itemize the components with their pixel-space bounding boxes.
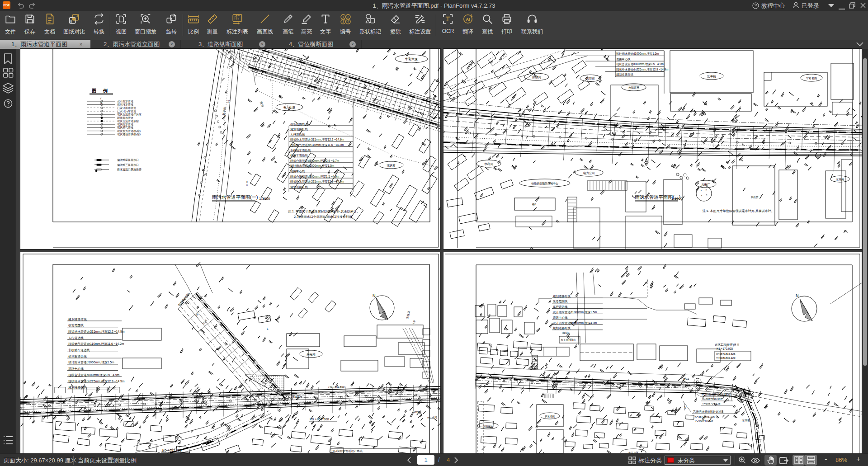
svg-text:现状给水管道dn225mm,埋深12.9 ~14.9m: 现状给水管道dn225mm,埋深12.9 ~14.9m — [68, 380, 125, 383]
svg-text:风机房: 风机房 — [751, 196, 759, 199]
svg-text:已设计污水管道: 已设计污水管道 — [117, 109, 136, 113]
svg-text:动物疫病预防控制中心: 动物疫病预防控制中心 — [531, 182, 558, 185]
svg-text:现状燃气管道: 现状燃气管道 — [117, 126, 133, 129]
svg-text:×: × — [701, 189, 702, 192]
svg-text:+40 +862.500: +40 +862.500 — [328, 386, 345, 388]
svg-text:图: 图 — [92, 88, 96, 93]
svg-text:人行道边线: 人行道边线 — [290, 133, 305, 137]
svg-text:设计雨水管道d1000mm,埋深1.5m: 设计雨水管道d1000mm,埋深1.5m — [290, 164, 334, 168]
svg-text:偏沟式三箅雨水口: 偏沟式三箅雨水口 — [117, 164, 139, 167]
svg-text:N: N — [373, 293, 376, 298]
svg-text:×: × — [701, 194, 703, 197]
svg-text:现状给水管道dn225mm,埋深12.9 ~14.9m: 现状给水管道dn225mm,埋深12.9 ~14.9m — [290, 180, 344, 184]
svg-text:规划道路红线: 规划道路红线 — [68, 386, 87, 389]
svg-text:N: N — [796, 293, 799, 298]
svg-text:设计雨水管道: 设计雨水管道 — [117, 99, 133, 103]
svg-text:南河: 南河 — [259, 101, 264, 108]
svg-text:新平街: 新平街 — [222, 106, 227, 116]
svg-text:设计污水管道: 设计污水管道 — [117, 103, 133, 106]
svg-text:改造范围线: 改造范围线 — [553, 300, 568, 303]
svg-text:K0 +862.500: K0 +862.500 — [310, 417, 329, 421]
svg-text:例: 例 — [103, 88, 108, 93]
svg-text:已设计雨水管道: 已设计雨水管道 — [117, 106, 136, 110]
svg-text:WBT: WBT — [413, 411, 419, 414]
svg-text:A: A — [76, 14, 79, 18]
svg-text:现状给水管道dn315mm,埋深12.2 ~14.9m: 现状给水管道dn315mm,埋深12.2 ~14.9m — [68, 330, 125, 334]
svg-text:注:1. 本图尺寸单位除管径以毫米计外,其余以米计。: 注:1. 本图尺寸单位除管径以毫米计外,其余以米计。 — [703, 209, 774, 213]
svg-text:雨水溢流口及连接管: 雨水溢流口及连接管 — [117, 168, 142, 171]
svg-text:机动车道边线: 机动车道边线 — [68, 355, 87, 358]
svg-text:现状给水管道: 现状给水管道 — [117, 122, 133, 126]
svg-text:X=3877890.387: X=3877890.387 — [702, 397, 722, 400]
svg-text:乙级污水管道设计起点B: 乙级污水管道设计起点B — [693, 410, 723, 414]
svg-text:俊发名苑: 俊发名苑 — [545, 415, 555, 418]
svg-text:3: 3 — [342, 20, 344, 23]
svg-text:火电厂: 火电厂 — [701, 183, 710, 186]
svg-text:现状给水管道dn315mm,埋深12.2 ~14.9m: 现状给水管道dn315mm,埋深12.2 ~14.9m — [290, 138, 344, 141]
svg-text:Y=508704.628: Y=508704.628 — [702, 402, 721, 405]
svg-text:现状合流管道d800mm,埋深1.5 ~4.9m: 现状合流管道d800mm,埋深1.5 ~4.9m — [290, 175, 339, 179]
svg-text:21.5: 21.5 — [202, 319, 208, 325]
svg-text:现状合流管道d800mm,埋深0.5 ~4.9m: 现状合流管道d800mm,埋深0.5 ~4.9m — [68, 373, 119, 377]
svg-text:楼6: 楼6 — [532, 203, 536, 206]
svg-text:现状热力管道(拆除): 现状热力管道(拆除) — [117, 129, 141, 133]
svg-text:8: 8 — [246, 184, 248, 187]
svg-text:规划道路红线: 规划道路红线 — [290, 185, 308, 189]
svg-text:规划道路红线: 规划道路红线 — [553, 295, 571, 298]
svg-text:兴电站: 兴电站 — [307, 353, 316, 356]
svg-text:东胡家苑: 东胡家苑 — [482, 425, 493, 428]
svg-text:东旭苑: 东旭苑 — [836, 178, 844, 181]
svg-text:房管所: 房管所 — [586, 77, 595, 80]
svg-text:L: L — [267, 327, 269, 330]
svg-text:水利局: 水利局 — [484, 162, 493, 166]
svg-text:汇丰苑: 汇丰苑 — [707, 75, 716, 78]
svg-text:W: W — [100, 101, 103, 104]
svg-text:×: × — [706, 193, 708, 196]
svg-text:8: 8 — [246, 180, 248, 183]
svg-text:现状通信管线(拆除): 现状通信管线(拆除) — [117, 132, 141, 136]
svg-text:WC改污: WC改污 — [427, 416, 437, 419]
svg-text:道路中心线: 道路中心线 — [290, 169, 305, 173]
svg-text:YC段雨水管道设计终点: YC段雨水管道设计终点 — [332, 449, 363, 453]
svg-text:电力公司: 电力公司 — [583, 171, 595, 174]
svg-text:设计雨水管道d1000mm,埋深1.5m: 设计雨水管道d1000mm,埋深1.5m — [553, 311, 597, 314]
svg-text:1:1000: 1:1000 — [671, 197, 683, 201]
svg-text:4: 4 — [347, 20, 349, 23]
svg-text:现状村: 现状村 — [387, 164, 396, 167]
svg-text:注:1. 本图尺寸单位除管径以毫米计外,其余以米计。: 注:1. 本图尺寸单位除管径以毫米计外,其余以米计。 — [288, 209, 360, 213]
svg-text:规划道路红线: 规划道路红线 — [68, 318, 87, 321]
svg-text:机动车道边线: 机动车道边线 — [290, 154, 308, 157]
svg-text:道路中心线: 道路中心线 — [616, 57, 631, 61]
svg-text:雨污水管道平面图(一): 雨污水管道平面图(一) — [212, 194, 258, 200]
svg-text:Y=5081832.123: Y=5081832.123 — [716, 357, 736, 359]
svg-text:K0 +652.925: K0 +652.925 — [162, 448, 182, 452]
svg-text:道路中心线: 道路中心线 — [68, 367, 84, 371]
svg-text:偏沟式双箅雨水口: 偏沟式双箅雨水口 — [117, 158, 139, 162]
svg-text:改造范围线: 改造范围线 — [68, 324, 84, 327]
svg-text:吉瑞家苑: 吉瑞家苑 — [628, 86, 639, 89]
svg-text:现状合流管道作污水: 现状合流管道作污水 — [117, 113, 142, 116]
svg-text:1: 1 — [342, 15, 344, 19]
svg-text:7.9: 7.9 — [412, 320, 416, 325]
svg-text:YC段雨水管道设计起点: YC段雨水管道设计起点 — [701, 393, 731, 396]
svg-text:人行道边线: 人行道边线 — [68, 336, 84, 340]
svg-text:26.7: 26.7 — [195, 311, 201, 316]
svg-text:AI: AI — [466, 17, 470, 22]
svg-text:现状合流管道d800mm,埋深0.5 ~4.9m: 现状合流管道d800mm,埋深0.5 ~4.9m — [616, 62, 664, 66]
svg-text:现状雨水管道: 现状雨水管道 — [117, 116, 133, 120]
svg-text:非机动车道边线: 非机动车道边线 — [290, 149, 311, 152]
svg-text:规划道路红线: 规划道路红线 — [616, 73, 633, 76]
svg-text:车行道边线: 车行道边线 — [553, 305, 568, 308]
svg-text:设计雨水管道d1000mm,埋深1.5m: 设计雨水管道d1000mm,埋深1.5m — [68, 361, 114, 364]
svg-text:东垃圾: 东垃圾 — [406, 311, 410, 319]
svg-text:非机动车道边线: 非机动车道边线 — [68, 348, 90, 352]
svg-text:华彩名园: 华彩名园 — [806, 77, 817, 80]
svg-text:规划道路红线: 规划道路红线 — [290, 127, 308, 131]
svg-text:B: B — [70, 20, 72, 23]
svg-text:道路中心线: 道路中心线 — [553, 316, 568, 320]
svg-text:现状合流管道d800mm,埋深2.9 ~5.7m: 现状合流管道d800mm,埋深2.9 ~5.7m — [290, 159, 339, 163]
svg-text:现状合流管道废除: 现状合流管道废除 — [117, 119, 139, 123]
svg-text:×: × — [706, 188, 707, 191]
svg-text:道路西点: 道路西点 — [292, 395, 302, 399]
svg-text:WC1: WC1 — [683, 377, 689, 380]
